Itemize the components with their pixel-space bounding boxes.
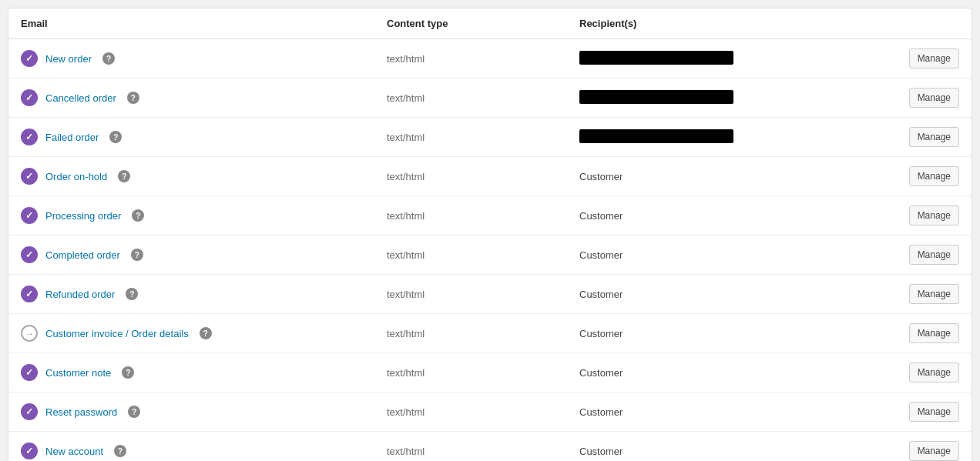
actions-cell-new-account: Manage (856, 432, 972, 462)
email-cell-customer-note: Customer note? (8, 353, 374, 393)
content-type-reset-password: text/html (374, 393, 567, 432)
actions-cell-failed-order: Manage (856, 118, 972, 157)
manage-button-cancelled-order[interactable]: Manage (909, 88, 959, 108)
manage-button-completed-order[interactable]: Manage (909, 245, 959, 265)
status-icon-cancelled-order[interactable] (21, 89, 38, 106)
actions-cell-processing-order: Manage (856, 196, 972, 236)
actions-cell-customer-note: Manage (856, 353, 972, 393)
email-cell-refunded-order: Refunded order? (8, 275, 374, 314)
recipients-new-order (567, 39, 856, 79)
manage-button-processing-order[interactable]: Manage (909, 205, 959, 225)
table-row: Customer invoice / Order details?text/ht… (8, 314, 972, 353)
content-type-completed-order: text/html (374, 236, 567, 275)
help-icon-order-on-hold[interactable]: ? (118, 170, 130, 182)
manage-button-reset-password[interactable]: Manage (909, 402, 959, 422)
manage-button-new-order[interactable]: Manage (909, 48, 959, 68)
status-icon-reset-password[interactable] (21, 403, 38, 420)
email-link-new-account[interactable]: New account (45, 446, 103, 457)
actions-cell-new-order: Manage (856, 39, 972, 79)
manage-button-order-on-hold[interactable]: Manage (909, 166, 959, 186)
recipients-failed-order (567, 118, 856, 157)
table-row: Reset password?text/htmlCustomerManage (8, 393, 972, 432)
email-link-reset-password[interactable]: Reset password (45, 406, 117, 418)
content-type-processing-order: text/html (374, 196, 567, 236)
content-type-refunded-order: text/html (374, 275, 567, 314)
email-link-cancelled-order[interactable]: Cancelled order (45, 92, 116, 104)
table-row: Order on-hold?text/htmlCustomerManage (8, 157, 972, 196)
email-link-order-on-hold[interactable]: Order on-hold (45, 171, 107, 182)
content-type-order-on-hold: text/html (374, 157, 567, 196)
content-type-new-order: text/html (374, 39, 567, 79)
help-icon-cancelled-order[interactable]: ? (127, 92, 139, 104)
content-type-customer-note: text/html (374, 353, 567, 393)
table-row: New order?text/htmlManage (8, 39, 972, 79)
table-row: Refunded order?text/htmlCustomerManage (8, 275, 972, 314)
table-header-row: Email Content type Recipient(s) (8, 8, 972, 39)
status-icon-refunded-order[interactable] (21, 286, 38, 302)
email-cell-order-on-hold: Order on-hold? (8, 157, 374, 196)
email-cell-new-order: New order? (8, 39, 374, 79)
actions-cell-customer-invoice: Manage (856, 314, 972, 353)
recipients-customer-invoice: Customer (567, 314, 856, 353)
help-icon-customer-invoice[interactable]: ? (200, 327, 212, 339)
actions-cell-cancelled-order: Manage (856, 79, 972, 118)
recipients-new-account: Customer (567, 432, 856, 462)
email-link-customer-note[interactable]: Customer note (45, 367, 111, 379)
help-icon-completed-order[interactable]: ? (131, 249, 143, 261)
content-type-customer-invoice: text/html (374, 314, 567, 353)
status-icon-completed-order[interactable] (21, 246, 38, 263)
email-cell-processing-order: Processing order? (8, 196, 374, 236)
email-link-customer-invoice[interactable]: Customer invoice / Order details (45, 328, 189, 339)
status-icon-failed-order[interactable] (21, 129, 38, 145)
header-actions (856, 8, 972, 39)
manage-button-customer-invoice[interactable]: Manage (909, 323, 959, 343)
header-recipients: Recipient(s) (567, 8, 856, 39)
email-cell-customer-invoice: Customer invoice / Order details? (8, 314, 374, 353)
email-link-processing-order[interactable]: Processing order (45, 210, 121, 222)
email-cell-completed-order: Completed order? (8, 236, 374, 275)
recipients-refunded-order: Customer (567, 275, 856, 314)
actions-cell-order-on-hold: Manage (856, 157, 972, 196)
help-icon-new-account[interactable]: ? (114, 445, 126, 457)
help-icon-processing-order[interactable]: ? (132, 209, 144, 222)
content-type-new-account: text/html (374, 432, 567, 462)
recipients-customer-note: Customer (567, 353, 856, 393)
table-row: Processing order?text/htmlCustomerManage (8, 196, 972, 236)
redacted-bar-cancelled-order (579, 90, 733, 104)
help-icon-customer-note[interactable]: ? (122, 366, 134, 379)
status-icon-order-on-hold[interactable] (21, 168, 38, 185)
email-link-completed-order[interactable]: Completed order (45, 249, 120, 261)
status-icon-customer-note[interactable] (21, 364, 38, 381)
help-icon-failed-order[interactable]: ? (109, 131, 122, 143)
manage-button-customer-note[interactable]: Manage (909, 362, 959, 382)
actions-cell-reset-password: Manage (856, 393, 972, 432)
table-row: Customer note?text/htmlCustomerManage (8, 353, 972, 393)
table-row: New account?text/htmlCustomerManage (8, 432, 972, 462)
table-row: Completed order?text/htmlCustomerManage (8, 236, 972, 275)
email-link-refunded-order[interactable]: Refunded order (45, 289, 115, 300)
table-row: Cancelled order?text/htmlManage (8, 79, 972, 118)
header-content-type: Content type (374, 8, 567, 39)
manage-button-new-account[interactable]: Manage (909, 441, 959, 461)
email-cell-new-account: New account? (8, 432, 374, 462)
recipients-completed-order: Customer (567, 236, 856, 275)
table-row: Failed order?text/htmlManage (8, 118, 972, 157)
actions-cell-completed-order: Manage (856, 236, 972, 275)
redacted-bar-failed-order (579, 129, 733, 143)
help-icon-reset-password[interactable]: ? (128, 406, 140, 418)
help-icon-refunded-order[interactable]: ? (126, 288, 138, 300)
email-link-new-order[interactable]: New order (45, 53, 92, 65)
email-cell-reset-password: Reset password? (8, 393, 374, 432)
email-cell-cancelled-order: Cancelled order? (8, 79, 374, 118)
status-icon-customer-invoice[interactable] (21, 325, 38, 342)
manage-button-failed-order[interactable]: Manage (909, 127, 959, 147)
email-link-failed-order[interactable]: Failed order (45, 132, 99, 143)
status-icon-new-account[interactable] (21, 443, 38, 459)
emails-table: Email Content type Recipient(s) New orde… (8, 8, 972, 461)
redacted-bar-new-order (579, 51, 733, 65)
help-icon-new-order[interactable]: ? (102, 52, 115, 65)
manage-button-refunded-order[interactable]: Manage (909, 284, 959, 304)
status-icon-processing-order[interactable] (21, 207, 38, 224)
status-icon-new-order[interactable] (21, 50, 38, 67)
recipients-order-on-hold: Customer (567, 157, 856, 196)
